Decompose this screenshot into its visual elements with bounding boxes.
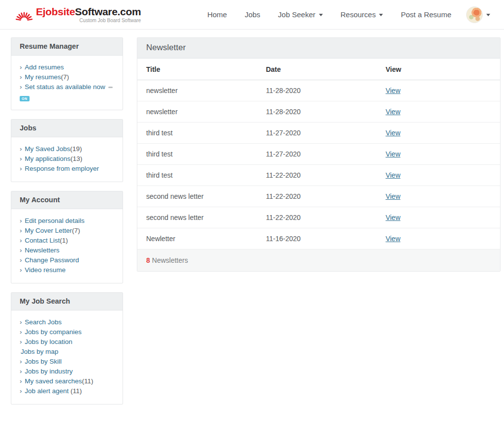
status-on-badge: ON bbox=[20, 96, 30, 101]
angle-bullet-icon: › bbox=[20, 83, 24, 91]
column-header-date: Date bbox=[257, 59, 377, 80]
angle-bullet-icon: › bbox=[20, 256, 24, 264]
sidebar-item-job-alert-agent[interactable]: › Job alert agent (11) bbox=[20, 386, 114, 396]
angle-bullet-icon: › bbox=[20, 237, 24, 244]
nav-item-job-seeker[interactable]: Job Seeker bbox=[278, 10, 323, 19]
nav-item-home[interactable]: Home bbox=[207, 10, 227, 19]
sidebar-item-count: (11) bbox=[69, 387, 82, 395]
sidebar-item-my-resumes[interactable]: › My resumes(7) bbox=[20, 72, 114, 82]
sidebar-item-count: (11) bbox=[82, 377, 94, 385]
sidebar-item-jobs-by-industry[interactable]: › Jobs by industry bbox=[20, 367, 114, 376]
sidebar-item-count: (13) bbox=[70, 155, 82, 162]
sidebar-item-my-saved-jobs[interactable]: › My Saved Jobs(19) bbox=[20, 144, 114, 154]
dash-icon bbox=[108, 87, 113, 88]
sidebar-item-label: Contact List bbox=[25, 237, 60, 244]
angle-bullet-icon: › bbox=[20, 155, 24, 162]
cell-date: 11-28-2020 bbox=[257, 80, 377, 101]
cell-title: second news letter bbox=[137, 207, 257, 228]
newsletter-count-number: 8 bbox=[146, 256, 150, 264]
angle-bullet-icon: › bbox=[20, 368, 24, 375]
nav-item-post-a-resume[interactable]: Post a Resume bbox=[401, 10, 451, 19]
sidebar-item-label: Response from employer bbox=[25, 165, 99, 172]
newsletter-count-label: Newsletters bbox=[152, 256, 188, 264]
main-nav: Home Jobs Job Seeker Resources Post a Re… bbox=[207, 10, 451, 19]
user-menu[interactable] bbox=[466, 6, 490, 23]
angle-bullet-icon: › bbox=[20, 358, 24, 365]
sidebar-item-jobs-by-map[interactable]: Jobs by map bbox=[20, 347, 114, 357]
sidebar-item-label: Video resume bbox=[25, 266, 65, 274]
sidebar: Resume Manager › Add resumes › My resume… bbox=[11, 37, 123, 404]
view-link[interactable]: View bbox=[385, 108, 400, 116]
table-row: newsletter 11-28-2020 View bbox=[137, 101, 500, 123]
sidebar-item-label: Set status as available now bbox=[25, 83, 105, 91]
sidebar-item-add-resumes[interactable]: › Add resumes bbox=[20, 62, 114, 72]
nav-item-resources[interactable]: Resources bbox=[341, 10, 383, 19]
table-row: Newletter 11-16-2020 View bbox=[137, 228, 500, 249]
angle-bullet-icon: › bbox=[20, 73, 24, 81]
view-link[interactable]: View bbox=[385, 214, 400, 221]
view-link[interactable]: View bbox=[385, 192, 400, 200]
sidebar-item-set-status-as-available-now[interactable]: › Set status as available now bbox=[20, 82, 114, 92]
sidebar-item-contact-list[interactable]: › Contact List(1) bbox=[20, 236, 114, 246]
cell-title: Newletter bbox=[137, 228, 257, 249]
view-link[interactable]: View bbox=[385, 129, 400, 137]
logo-text: EjobsiteSoftware.com Custom Job Board So… bbox=[36, 6, 141, 23]
view-link[interactable]: View bbox=[385, 235, 400, 243]
sidebar-section-my-account: My Account › Edit personal details › My … bbox=[11, 191, 123, 283]
sidebar-section-title: My Account bbox=[11, 191, 123, 209]
sidebar-item-jobs-by-companies[interactable]: › Jobs by companies bbox=[20, 327, 114, 337]
table-header-row: Title Date View bbox=[137, 59, 500, 80]
sidebar-item-video-resume[interactable]: › Video resume bbox=[20, 265, 114, 275]
sidebar-item-my-saved-searches[interactable]: › My saved searches(11) bbox=[20, 376, 114, 386]
sidebar-item-newsletters[interactable]: › Newsletters bbox=[20, 246, 114, 255]
cell-date: 11-22-2020 bbox=[257, 186, 377, 207]
sidebar-item-count: (7) bbox=[61, 73, 69, 81]
table-row: third test 11-27-2020 View bbox=[137, 144, 500, 165]
angle-bullet-icon: › bbox=[20, 227, 24, 234]
angle-bullet-icon: › bbox=[20, 318, 24, 326]
sidebar-item-my-applications[interactable]: › My applications(13) bbox=[20, 154, 114, 164]
cell-date: 11-22-2020 bbox=[257, 165, 377, 186]
sidebar-item-count: (1) bbox=[60, 237, 68, 244]
angle-bullet-icon: › bbox=[20, 145, 24, 153]
sidebar-item-response-from-employer[interactable]: › Response from employer bbox=[20, 164, 114, 174]
sidebar-item-label: Jobs by map bbox=[21, 348, 59, 355]
content-area: Resume Manager › Add resumes › My resume… bbox=[0, 30, 504, 414]
sidebar-item-label: Add resumes bbox=[25, 63, 64, 71]
sidebar-section-title: My Job Search bbox=[11, 293, 123, 311]
top-header: EjobsiteSoftware.com Custom Job Board So… bbox=[0, 0, 504, 30]
chevron-down-icon bbox=[486, 14, 490, 16]
angle-bullet-icon: › bbox=[20, 338, 24, 345]
sidebar-item-jobs-by-location[interactable]: › Jobs by location bbox=[20, 337, 114, 347]
cell-date: 11-28-2020 bbox=[257, 101, 377, 123]
logo[interactable]: EjobsiteSoftware.com Custom Job Board So… bbox=[15, 6, 141, 23]
sidebar-item-label: Newsletters bbox=[25, 247, 60, 254]
view-link[interactable]: View bbox=[385, 150, 400, 158]
angle-bullet-icon: › bbox=[20, 387, 24, 395]
cell-title: second news letter bbox=[137, 186, 257, 207]
sidebar-section-resume-manager: Resume Manager › Add resumes › My resume… bbox=[11, 37, 123, 110]
angle-bullet-icon: › bbox=[20, 247, 24, 254]
sidebar-item-label: Jobs by companies bbox=[25, 328, 82, 336]
sidebar-item-edit-personal-details[interactable]: › Edit personal details bbox=[20, 216, 114, 226]
sidebar-item-label: My resumes bbox=[25, 73, 61, 81]
brand-red: Ejobsite bbox=[36, 6, 75, 17]
sidebar-item-my-cover-letter[interactable]: › My Cover Letter(7) bbox=[20, 226, 114, 236]
sidebar-item-change-password[interactable]: › Change Password bbox=[20, 255, 114, 265]
sidebar-item-label: Job alert agent bbox=[25, 387, 68, 395]
cell-date: 11-27-2020 bbox=[257, 144, 377, 165]
sidebar-section-title: Jobs bbox=[11, 120, 123, 137]
sidebar-item-label: Edit personal details bbox=[25, 217, 85, 224]
sidebar-section-jobs: Jobs › My Saved Jobs(19) › My applicatio… bbox=[11, 119, 123, 182]
angle-bullet-icon: › bbox=[20, 377, 24, 385]
view-link[interactable]: View bbox=[385, 171, 400, 179]
angle-bullet-icon: › bbox=[20, 217, 24, 224]
view-link[interactable]: View bbox=[385, 87, 400, 94]
sidebar-item-label: Jobs by industry bbox=[25, 368, 73, 375]
logo-fan-icon bbox=[15, 9, 33, 22]
nav-item-jobs[interactable]: Jobs bbox=[245, 10, 260, 19]
avatar[interactable] bbox=[466, 6, 483, 23]
sidebar-item-search-jobs[interactable]: › Search Jobs bbox=[20, 317, 114, 327]
sidebar-item-jobs-by-skill[interactable]: › Jobs by Skill bbox=[20, 357, 114, 367]
table-row: third test 11-27-2020 View bbox=[137, 123, 500, 144]
